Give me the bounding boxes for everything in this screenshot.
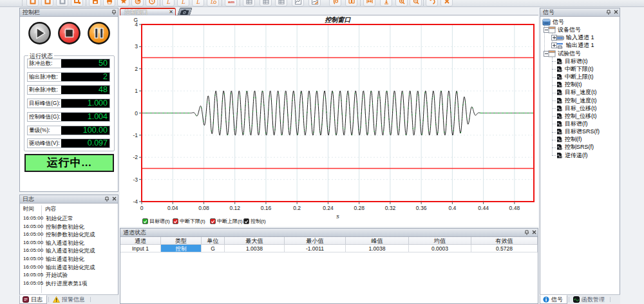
toolbar-button-close[interactable]: [440, 0, 453, 6]
toolbar-button-letter-L[interactable]: L: [192, 0, 204, 6]
pause-button[interactable]: [88, 22, 110, 44]
legend-label: 控制(t): [251, 218, 266, 225]
tree-item[interactable]: 逆传递(f): [556, 151, 588, 159]
log-row[interactable]: 16:05:00输入通道初始化完成: [21, 247, 117, 256]
tree-item[interactable]: 目标_位移(t): [556, 104, 597, 112]
tree-item[interactable]: 信号: [542, 19, 564, 26]
tree-item[interactable]: 目标谱(t): [556, 57, 588, 65]
tab-1[interactable]: 报警信息: [50, 295, 89, 304]
log-row[interactable]: 16:05:00输入通道初始化: [21, 240, 117, 248]
legend-checkbox[interactable]: [173, 218, 178, 224]
log-row[interactable]: 16:05:05执行进度表第1项: [21, 280, 117, 289]
pin-icon[interactable]: [111, 10, 117, 15]
tree-item[interactable]: 控制(t): [556, 81, 582, 89]
toolbar-button-star[interactable]: [117, 0, 129, 6]
toolbar-button-pie[interactable]: [131, 0, 144, 6]
legend-item[interactable]: 目标谱(t): [142, 218, 170, 225]
channel-cell[interactable]: 0.5728: [471, 245, 538, 252]
toolbar-button-fit-h[interactable]: [363, 0, 375, 6]
pin-icon[interactable]: [606, 10, 611, 15]
toolbar-button-table[interactable]: [275, 0, 287, 6]
channel-col-header[interactable]: 峰值: [346, 237, 409, 245]
close-icon[interactable]: [532, 230, 536, 234]
log-row[interactable]: 16:05:00输出通道初始化完成: [21, 264, 117, 272]
toolbar-button-square-orange[interactable]: [41, 0, 53, 6]
toolbar-button-square-plus[interactable]: [71, 0, 83, 6]
tab-active-0[interactable]: 日志: [19, 295, 47, 304]
close-icon[interactable]: [112, 196, 117, 201]
channel-cell[interactable]: G: [202, 245, 225, 252]
tab-1[interactable]: 函数管理: [571, 295, 609, 304]
channel-col-header[interactable]: 最小值: [285, 237, 346, 245]
channel-cell[interactable]: 1.0038: [346, 245, 409, 252]
channel-cell[interactable]: Input 1: [120, 245, 161, 252]
toolbar-button-marker-right[interactable]: [345, 0, 357, 6]
legend-checkbox[interactable]: [243, 218, 249, 224]
tab-control-window[interactable]: 控制窗口 ✕: [120, 8, 176, 15]
toolbar-button-table[interactable]: [243, 0, 255, 6]
tree-item[interactable]: 目标谱(f): [556, 120, 588, 128]
tree-item[interactable]: 控制_位移(t): [556, 112, 597, 120]
log-row[interactable]: 16:05:00输出通道初始化: [21, 256, 117, 264]
tree-item[interactable]: 输出通道 1: [556, 42, 594, 50]
tree-item[interactable]: 试验信号: [548, 50, 581, 57]
tree-item[interactable]: 中断下限(t): [556, 65, 594, 73]
toolbar-button-zoom-in[interactable]: [395, 0, 408, 6]
tree-item[interactable]: 目标谱SRS(f): [556, 128, 600, 136]
log-row[interactable]: 16:05:05开始试验: [21, 272, 117, 280]
channel-col-header[interactable]: 最大值: [225, 237, 285, 245]
tree-item[interactable]: 控制_速度(t): [556, 97, 597, 104]
log-row[interactable]: 16:05:00控制参数初始化: [21, 223, 117, 232]
toolbar-button-square-orange[interactable]: [26, 0, 39, 6]
toolbar-button-clock[interactable]: [146, 0, 158, 6]
legend-item[interactable]: 中断下限(t): [173, 218, 205, 225]
tab-close-icon[interactable]: ✕: [169, 9, 173, 15]
tree-item[interactable]: 设备信号: [548, 26, 581, 34]
tree-item[interactable]: 输入通道 1: [556, 34, 594, 42]
toolbar-button-fit-v[interactable]: [380, 0, 392, 6]
toolbar-button-wm[interactable]: wm: [225, 0, 237, 6]
channel-cell[interactable]: 0.0003: [409, 245, 471, 252]
log-row[interactable]: 16:05:00控制参数初始化完成: [21, 231, 117, 240]
channel-col-header[interactable]: 类型: [161, 237, 202, 245]
save-icon: [92, 0, 99, 5]
log-row[interactable]: 16:05:00初始化正常: [21, 215, 117, 223]
toolbar-button-square-gray[interactable]: [56, 0, 68, 6]
channel-col-header[interactable]: 有效值: [471, 237, 538, 245]
toolbar-button-printer[interactable]: [103, 0, 115, 6]
toolbar-button-letter-Lg[interactable]: L: [207, 0, 219, 6]
waveform-plot[interactable]: -4-3-2-10123400.040.080.120.160.20.240.2…: [120, 15, 538, 227]
legend-item[interactable]: 控制(t): [243, 218, 266, 225]
tree-item[interactable]: 控制SRS(f): [556, 144, 594, 151]
toolbar-button-letter-L[interactable]: L: [177, 0, 189, 6]
toolbar-button-undo[interactable]: [426, 0, 438, 6]
legend-checkbox[interactable]: [210, 218, 216, 224]
channel-col-header[interactable]: 通道: [120, 237, 161, 245]
close-icon[interactable]: [614, 10, 618, 14]
legend-item[interactable]: 中断上限(t): [210, 218, 243, 225]
tree-item[interactable]: 中断上限(t): [556, 73, 594, 81]
tab-snapshot[interactable]: [177, 8, 193, 15]
toolbar-button-chart-line[interactable]: [292, 0, 304, 6]
toolbar-button-zoom-out[interactable]: [410, 0, 422, 6]
toolbar-button-marker-left[interactable]: [329, 0, 341, 6]
tab-active-0[interactable]: 信号: [540, 295, 567, 304]
stop-button[interactable]: [58, 22, 80, 44]
toolbar-button-save[interactable]: [89, 0, 101, 6]
toolbar-button-letter-L[interactable]: L: [162, 0, 175, 6]
play-button[interactable]: [28, 22, 51, 44]
channel-cell[interactable]: 控制: [161, 245, 202, 252]
log-content: 初始化正常: [46, 215, 73, 223]
channel-cell[interactable]: -1.0011: [285, 245, 346, 252]
toolbar-button-table[interactable]: [260, 0, 272, 6]
tree-item[interactable]: 控制(f): [556, 136, 582, 144]
pin-icon[interactable]: [104, 196, 109, 202]
pin-icon[interactable]: [524, 230, 529, 236]
toolbar-button-chart-pen[interactable]: [308, 0, 321, 6]
channel-cell[interactable]: 1.0038: [225, 245, 285, 252]
channel-col-header[interactable]: 单位: [202, 237, 225, 245]
pie-icon: [135, 0, 141, 5]
legend-checkbox[interactable]: [142, 218, 148, 224]
tree-item[interactable]: 目标_速度(t): [556, 89, 597, 97]
channel-col-header[interactable]: 均值: [409, 237, 471, 245]
